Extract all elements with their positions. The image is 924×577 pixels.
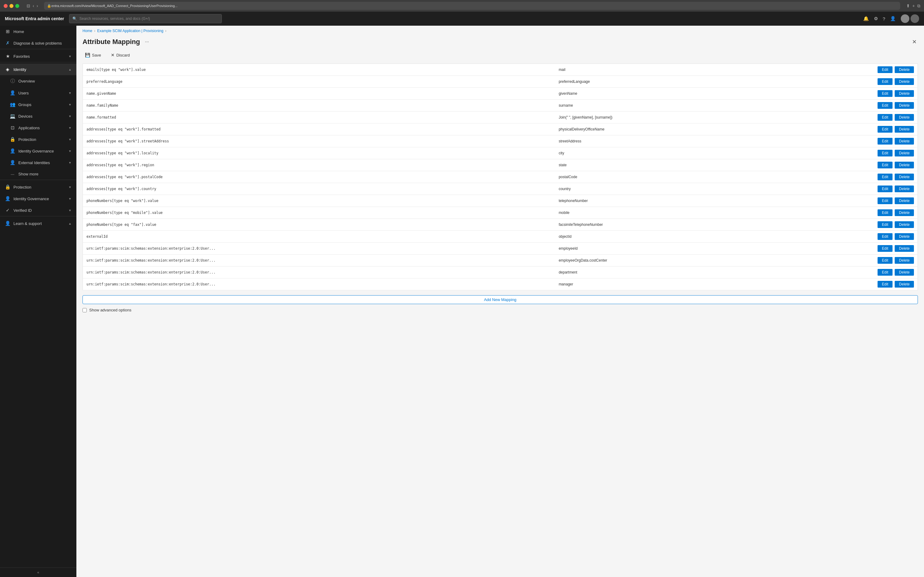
new-tab-icon[interactable]: +: [913, 3, 915, 8]
add-mapping-button[interactable]: Add New Mapping: [82, 295, 918, 304]
sidebar-item-applications[interactable]: ⊡ Applications ▼: [0, 122, 76, 134]
edit-button[interactable]: Edit: [877, 126, 893, 133]
sidebar-item-favorites[interactable]: ★ Favorites ▼: [0, 50, 76, 62]
close-button[interactable]: ✕: [911, 37, 918, 47]
gear-icon[interactable]: ⚙: [874, 16, 878, 21]
sidebar-item-verified-id[interactable]: ✓ Verified ID ▼: [0, 205, 76, 216]
edit-button[interactable]: Edit: [877, 138, 893, 145]
edit-button[interactable]: Edit: [877, 102, 893, 109]
windows-icon[interactable]: ⧉: [917, 3, 920, 8]
global-search[interactable]: 🔍 Search resources, services, and docs (…: [69, 14, 222, 23]
sidebar-item-overview[interactable]: ⓘ Overview: [0, 75, 76, 87]
edit-button[interactable]: Edit: [877, 245, 893, 252]
close-window-button[interactable]: [4, 4, 8, 8]
action-cell: Edit Delete: [766, 88, 918, 100]
sidebar-item-home[interactable]: ⊞ Home: [0, 26, 76, 37]
edit-button[interactable]: Edit: [877, 162, 893, 168]
share-icon[interactable]: ⬆: [906, 3, 910, 8]
delete-button[interactable]: Delete: [895, 257, 914, 264]
source-attribute-cell: emails[type eq "work"].value: [83, 64, 555, 76]
user-icon[interactable]: 👤: [890, 16, 896, 21]
edit-button[interactable]: Edit: [877, 174, 893, 180]
edit-button[interactable]: Edit: [877, 66, 893, 73]
table-row: name.formatted Join(" ", [givenName], [s…: [83, 111, 918, 124]
target-attribute-cell: mail: [555, 64, 766, 76]
sidebar-item-devices[interactable]: 💻 Devices ▼: [0, 110, 76, 122]
delete-button[interactable]: Delete: [895, 126, 914, 133]
back-icon[interactable]: ‹: [33, 3, 34, 8]
source-attribute-cell: addresses[type eq "work"].postalCode: [83, 171, 555, 183]
edit-button[interactable]: Edit: [877, 197, 893, 204]
advanced-options-checkbox[interactable]: [82, 308, 87, 312]
table-row: phoneNumbers[type eq "mobile"].value mob…: [83, 207, 918, 219]
breadcrumb: Home › Example SCIM Application | Provis…: [76, 26, 924, 36]
delete-button[interactable]: Delete: [895, 78, 914, 85]
sidebar-item-protection2[interactable]: 🔒 Protection ▼: [0, 181, 76, 193]
bell-icon[interactable]: 🔔: [863, 16, 869, 21]
edit-button[interactable]: Edit: [877, 185, 893, 192]
edit-button[interactable]: Edit: [877, 114, 893, 121]
breadcrumb-parent[interactable]: Example SCIM Application | Provisioning: [97, 29, 163, 33]
url-text: entra.microsoft.com/#view/Microsoft_AAD_…: [52, 4, 177, 8]
sidebar: ⊞ Home ✗ Diagnose & solve problems ★ Fav…: [0, 26, 76, 577]
lock-icon: 🔒: [47, 4, 52, 8]
action-cell: Edit Delete: [766, 76, 918, 88]
discard-button[interactable]: ✕ Discard: [108, 52, 132, 59]
delete-button[interactable]: Delete: [895, 102, 914, 109]
traffic-lights: [4, 4, 19, 8]
help-icon[interactable]: ?: [883, 16, 885, 21]
edit-button[interactable]: Edit: [877, 257, 893, 264]
minimize-window-button[interactable]: [10, 4, 13, 8]
sidebar-collapse-button[interactable]: «: [0, 567, 76, 577]
sidebar-devices-label: Devices: [18, 114, 65, 119]
delete-button[interactable]: Delete: [895, 138, 914, 145]
delete-button[interactable]: Delete: [895, 197, 914, 204]
action-cell: Edit Delete: [766, 207, 918, 219]
sidebar-item-diagnose[interactable]: ✗ Diagnose & solve problems: [0, 37, 76, 49]
delete-button[interactable]: Delete: [895, 281, 914, 288]
delete-button[interactable]: Delete: [895, 185, 914, 192]
delete-button[interactable]: Delete: [895, 174, 914, 180]
sidebar-toggle-icon[interactable]: ⊟: [27, 3, 30, 8]
edit-button[interactable]: Edit: [877, 269, 893, 276]
edit-button[interactable]: Edit: [877, 150, 893, 156]
maximize-window-button[interactable]: [15, 4, 19, 8]
sidebar-item-protection[interactable]: 🔒 Protection ▼: [0, 134, 76, 145]
delete-button[interactable]: Delete: [895, 66, 914, 73]
edit-button[interactable]: Edit: [877, 281, 893, 288]
address-bar[interactable]: 🔒 entra.microsoft.com/#view/Microsoft_AA…: [44, 2, 900, 10]
sidebar-item-learn-support[interactable]: 👤 Learn & support ▲: [0, 218, 76, 229]
advanced-options-label[interactable]: Show advanced options: [89, 308, 131, 312]
delete-button[interactable]: Delete: [895, 210, 914, 216]
sidebar-item-identity-governance2[interactable]: 👤 Identity Governance ▼: [0, 193, 76, 205]
forward-icon[interactable]: ›: [37, 3, 38, 8]
breadcrumb-home[interactable]: Home: [82, 29, 92, 33]
delete-button[interactable]: Delete: [895, 90, 914, 97]
sidebar-item-identity[interactable]: ◈ Identity ▲: [0, 64, 76, 75]
edit-button[interactable]: Edit: [877, 78, 893, 85]
edit-button[interactable]: Edit: [877, 233, 893, 240]
target-attribute-cell: city: [555, 147, 766, 159]
more-options-button[interactable]: ···: [143, 38, 150, 46]
sidebar-item-users[interactable]: 👤 Users ▼: [0, 87, 76, 99]
source-attribute-cell: urn:ietf:params:scim:schemas:extension:e…: [83, 243, 555, 255]
delete-button[interactable]: Delete: [895, 150, 914, 156]
sidebar-item-show-more[interactable]: ··· Show more: [0, 168, 76, 180]
edit-button[interactable]: Edit: [877, 210, 893, 216]
delete-button[interactable]: Delete: [895, 245, 914, 252]
table-row: phoneNumbers[type eq "work"].value telep…: [83, 195, 918, 207]
source-attribute-cell: addresses[type eq "work"].formatted: [83, 124, 555, 135]
sidebar-item-identity-governance[interactable]: 👤 Identity Governance ▼: [0, 145, 76, 157]
delete-button[interactable]: Delete: [895, 221, 914, 228]
edit-button[interactable]: Edit: [877, 221, 893, 228]
delete-button[interactable]: Delete: [895, 269, 914, 276]
sidebar-item-external-identities[interactable]: 👤 External Identities ▼: [0, 157, 76, 168]
target-attribute-cell: manager: [555, 279, 766, 290]
delete-button[interactable]: Delete: [895, 114, 914, 121]
delete-button[interactable]: Delete: [895, 233, 914, 240]
sidebar-item-groups[interactable]: 👥 Groups ▼: [0, 99, 76, 110]
delete-button[interactable]: Delete: [895, 162, 914, 168]
save-button[interactable]: 💾 Save: [82, 52, 104, 59]
edit-button[interactable]: Edit: [877, 90, 893, 97]
action-cell: Edit Delete: [766, 159, 918, 171]
